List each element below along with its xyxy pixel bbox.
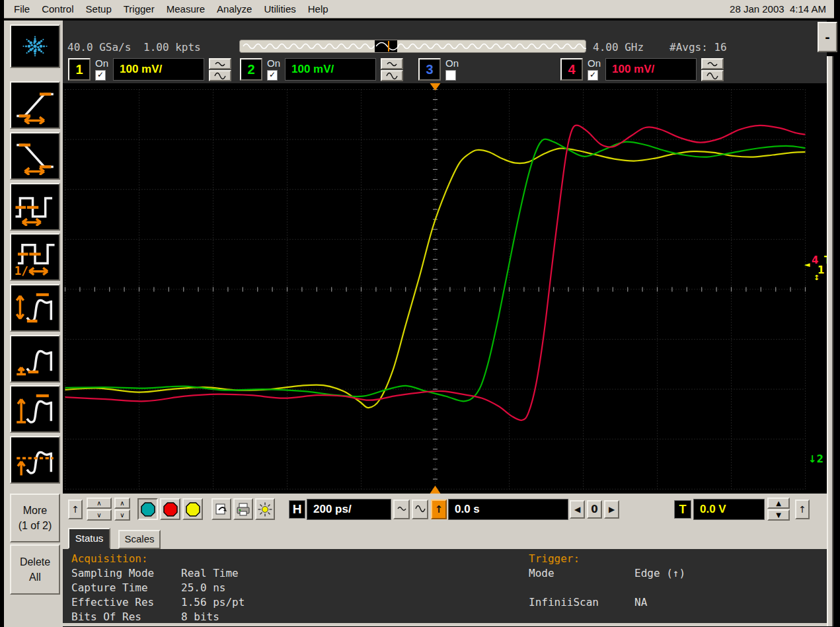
fine-adjust-spinner: ∧ ∨ [114,498,130,521]
measure-maximum-button[interactable] [10,385,60,433]
minimize-button[interactable]: - [818,22,837,52]
delay-left-button[interactable]: ◀ [570,500,585,519]
channel-3-button[interactable]: 3 [418,58,441,81]
horizontal-position-field[interactable]: 0.0 s [448,499,568,520]
channel-controls-strip: 1On✓100 mV/2On✓100 mV/3On4On✓100 mV/ [63,56,827,83]
measure-average-button[interactable] [10,436,60,484]
channel-2-ground-marker[interactable]: ↓2 [808,455,823,464]
single-button[interactable] [182,498,203,520]
status-row-value: 1.56 ps/pt [181,596,245,609]
status-section-title: Acquisition: [71,552,245,566]
horizontal-scale-field[interactable]: 200 ps/ [307,499,391,520]
coarse-adjust-down-button[interactable]: ∨ [87,509,112,521]
bandwidth-readout: 4.00 GHz [593,41,644,54]
tab-scales[interactable]: Scales [118,530,161,549]
trigger-slope-button[interactable]: ↑ [431,499,447,519]
more-measurements-button[interactable]: More (1 of 2) [10,494,60,542]
trigger-time-marker-bottom[interactable] [430,486,441,494]
status-row: ModeEdge (↑) [529,566,685,581]
screen-copy-button[interactable] [211,498,231,520]
trigger-level-arrows[interactable]: ↕ [814,274,820,283]
channel-4-on-control: On✓ [588,58,601,81]
delete-all-measurements-button[interactable]: Delete All [10,544,60,595]
trigger-level-up-button[interactable]: ▲ [767,498,790,509]
channel-1-button[interactable]: 1 [68,58,91,81]
trigger-slope-indicator-button[interactable]: ↑ [795,499,810,519]
channel-4-ground-label[interactable]: 4 [812,256,818,265]
status-section-title: Trigger: [529,552,685,566]
horizontal-fine-sine-button[interactable] [393,499,410,519]
status-row-value: NA [634,596,647,609]
channel-1-scale-field[interactable]: 100 mV/ [113,58,204,81]
status-row-gap [529,581,685,595]
channel-4-scale-coarse-button[interactable] [701,70,724,81]
channel-2-scale-field[interactable]: 100 mV/ [285,58,376,81]
measure-fall-time-button[interactable] [10,132,60,180]
channel-1-on-checkbox[interactable]: ✓ [95,70,106,81]
channel-1-on-label: On [95,58,108,69]
menu-control[interactable]: Control [36,1,79,17]
oscilloscope-app: FileControlSetupTriggerMeasureAnalyzeUti… [0,0,840,627]
channel-4-scale-spinner [701,58,724,81]
sample-rate-readout: 40.0 GSa/s [67,41,131,54]
delete-label-line2: All [11,570,59,585]
menu-analyze[interactable]: Analyze [211,1,258,17]
display-brightness-button[interactable] [255,498,275,520]
channel-2-button[interactable]: 2 [240,58,262,81]
svg-text:1/: 1/ [15,264,28,276]
status-row-label: Mode [529,566,634,581]
status-row: Effective Res1.56 ps/pt [71,595,245,610]
tab-status[interactable]: Status [68,528,110,549]
menu-setup[interactable]: Setup [80,1,118,17]
status-row-value: Real Time [181,567,239,579]
menu-utilities[interactable]: Utilities [258,1,301,17]
sidebar-toolbar: 1/ More (1 of 2) Delete All [4,20,63,627]
channel-3-on-control: On [445,58,459,81]
status-row: Capture Time25.0 ns [71,581,245,595]
stop-button[interactable] [160,498,180,520]
print-button[interactable] [233,498,253,520]
trigger-time-marker-top[interactable] [430,83,441,91]
touch-up-arrow-button[interactable]: ↑ [68,499,83,519]
horizontal-icon[interactable]: H [289,500,305,519]
channel-2-scale-fine-button[interactable] [381,58,403,69]
channel-1-ground-arrow[interactable]: ◄ [804,260,810,270]
measure-frequency-button[interactable]: 1/ [10,233,60,281]
channel-4-button[interactable]: 4 [560,58,583,81]
trigger-icon[interactable]: T [674,500,691,519]
trigger-level-field[interactable]: 0.0 V [693,499,765,520]
memory-bar[interactable] [239,40,586,53]
status-panel: Acquisition:Sampling ModeReal TimeCaptur… [63,549,827,623]
fine-adjust-down-button[interactable]: ∨ [114,509,130,521]
trigger-level-down-button[interactable]: ▼ [767,509,790,521]
menu-trigger[interactable]: Trigger [118,1,161,17]
measure-amplitude-button[interactable] [10,284,60,332]
channel-1-scale-fine-button[interactable] [209,58,231,69]
menu-help[interactable]: Help [302,1,334,17]
averages-readout: #Avgs: 16 [669,41,727,54]
channel-4-on-checkbox[interactable]: ✓ [588,70,598,81]
delay-zero-button[interactable]: 0 [587,500,602,519]
channel-1-scale-coarse-button[interactable] [209,70,231,81]
measure-minimum-button[interactable] [10,335,60,383]
menu-measure[interactable]: Measure [161,1,211,17]
channel-2-on-checkbox[interactable]: ✓ [267,70,278,81]
fine-adjust-up-button[interactable]: ∧ [114,498,130,509]
channel-1-group: 1On✓100 mV/ [68,58,231,81]
run-button[interactable] [137,498,158,520]
channel-2-on-label: On [267,58,280,69]
delay-right-button[interactable]: ▶ [604,500,619,519]
agilent-logo-button[interactable] [10,24,60,68]
channel-4-scale-field[interactable]: 100 mV/ [605,58,697,81]
measure-rise-time-button[interactable] [10,81,60,129]
horizontal-coarse-sine-button[interactable] [412,499,428,519]
status-row-label: Bits Of Res [71,610,181,623]
status-row-label: Effective Res [71,595,181,610]
measure-pulse-width-positive-button[interactable] [10,183,60,231]
channel-2-on-control: On✓ [267,58,280,81]
coarse-adjust-up-button[interactable]: ∧ [87,498,112,509]
channel-3-on-checkbox[interactable] [445,70,456,81]
channel-4-scale-fine-button[interactable] [701,58,724,69]
menu-file[interactable]: File [8,1,36,17]
channel-2-scale-coarse-button[interactable] [381,70,403,81]
